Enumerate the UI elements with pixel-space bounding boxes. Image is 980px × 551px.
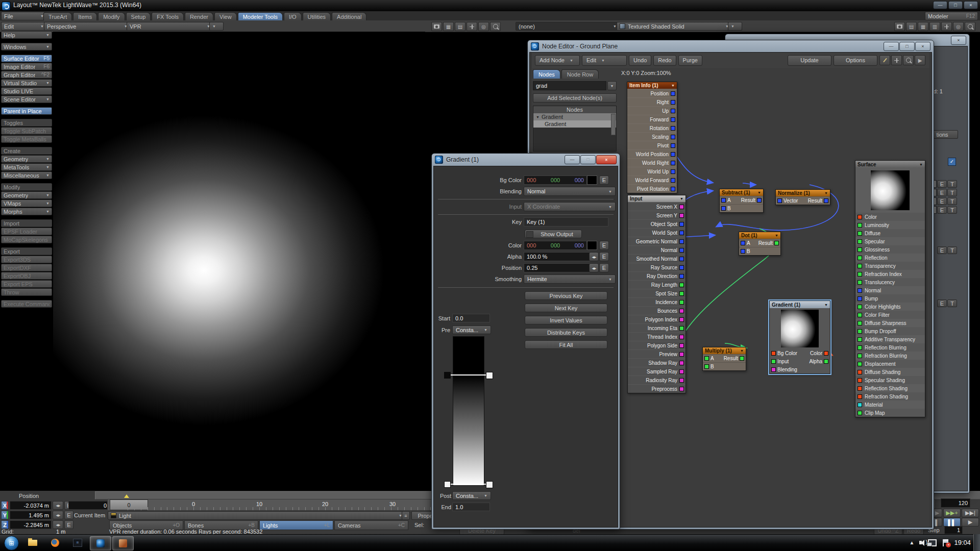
sidebar-item[interactable]: VMaps ▼ bbox=[1, 199, 52, 207]
sidebar-item[interactable]: Geometry ▼ bbox=[1, 155, 52, 163]
node-list-item-selected[interactable]: Gradient bbox=[533, 120, 616, 128]
output-socket[interactable] bbox=[679, 222, 684, 227]
output-socket[interactable] bbox=[671, 100, 675, 105]
envelope-button[interactable]: E bbox=[937, 189, 947, 196]
texture-button[interactable]: T bbox=[947, 246, 957, 254]
output-socket[interactable] bbox=[679, 213, 684, 218]
end-field[interactable]: 1.0 bbox=[452, 503, 490, 511]
input-socket[interactable] bbox=[857, 403, 862, 407]
step-field[interactable]: 1 bbox=[944, 526, 963, 534]
node-multiply[interactable]: Multiply (1)▼ A Result B bbox=[702, 347, 746, 371]
taskbar-lightwave-icon[interactable] bbox=[90, 536, 111, 550]
shading-extra-dropdown[interactable]: ▼ bbox=[728, 22, 742, 31]
sidebar-item[interactable]: Export EPS ▼ bbox=[1, 280, 52, 288]
output-socket[interactable] bbox=[679, 378, 684, 383]
clock[interactable]: 19:04 bbox=[954, 539, 971, 546]
output-socket[interactable] bbox=[671, 152, 675, 157]
input-socket[interactable] bbox=[857, 329, 862, 334]
envelope-button[interactable]: E bbox=[937, 299, 947, 307]
timeline-caret-icon[interactable] bbox=[124, 494, 129, 498]
bone-dropdown[interactable]: (none) ▼ bbox=[516, 22, 620, 31]
texture-button[interactable]: T bbox=[947, 189, 957, 196]
color-envelope-button[interactable]: E bbox=[599, 241, 609, 250]
sidebar-item[interactable]: Parent in Place ▼ bbox=[1, 107, 52, 115]
x-stepper[interactable]: ◀ ▶ bbox=[53, 501, 63, 510]
category-button[interactable]: Lights +L bbox=[259, 520, 333, 530]
bg-color-rgb-field[interactable]: 000 000 000 bbox=[524, 176, 587, 185]
tab[interactable]: I/O bbox=[284, 12, 302, 21]
color-rgb-field[interactable]: 000 000 000 bbox=[524, 241, 587, 250]
output-socket[interactable] bbox=[679, 369, 684, 374]
minimize-button[interactable]: — bbox=[565, 155, 580, 164]
chevron-down-icon[interactable]: ▼ bbox=[680, 197, 683, 201]
input-socket[interactable] bbox=[741, 241, 745, 245]
chevron-down-icon[interactable]: ▼ bbox=[775, 234, 778, 237]
gradient-dialog-titlebar[interactable]: Gradient (1) — □ × bbox=[432, 154, 620, 165]
add-node-button[interactable]: Add Node▼ bbox=[535, 55, 580, 66]
alpha-stepper[interactable]: ◀ ▶ bbox=[589, 252, 599, 261]
input-socket[interactable] bbox=[857, 354, 862, 358]
x-axis-tab[interactable]: X bbox=[1, 501, 9, 510]
blending-dropdown[interactable]: Normal▼ bbox=[524, 187, 616, 196]
sidebar-item[interactable]: MoCapSkelegons ▼ bbox=[1, 236, 52, 243]
color-g[interactable]: 000 bbox=[551, 242, 560, 248]
input-socket[interactable] bbox=[857, 386, 862, 391]
tab[interactable]: FX Tools bbox=[152, 12, 184, 21]
input-socket[interactable] bbox=[857, 272, 862, 277]
gradient-key-delete[interactable] bbox=[486, 372, 493, 379]
rotate-icon[interactable]: ◎ bbox=[478, 22, 489, 31]
output-socket[interactable] bbox=[679, 291, 684, 296]
output-socket[interactable] bbox=[671, 143, 675, 148]
position-stepper[interactable]: ◀ ▶ bbox=[589, 263, 599, 272]
rotate-icon[interactable]: ◎ bbox=[953, 22, 964, 31]
output-socket[interactable] bbox=[824, 359, 828, 364]
go-to-end-button[interactable]: ▶▶| bbox=[962, 509, 979, 517]
panel-icon[interactable]: ▤ bbox=[906, 22, 917, 31]
input-socket[interactable] bbox=[857, 362, 862, 366]
camera-icon[interactable] bbox=[894, 22, 905, 31]
sidebar-item[interactable]: Surface Editor F5 ▼ bbox=[1, 55, 52, 62]
fast-forward-button[interactable]: ▶▶+ bbox=[943, 509, 961, 517]
z-envelope-button[interactable]: E bbox=[64, 520, 74, 529]
sidebar-item[interactable]: Windows ▼ bbox=[1, 43, 52, 51]
sidebar-item[interactable]: Toggle SubPatch ▼ bbox=[1, 127, 52, 135]
bg-color-b[interactable]: 000 bbox=[575, 177, 584, 183]
output-socket[interactable] bbox=[671, 169, 675, 174]
envelope-button[interactable]: E bbox=[937, 206, 947, 214]
chevron-down-icon[interactable]: ▼ bbox=[671, 84, 675, 87]
tree-expand-icon[interactable]: ▼ bbox=[536, 115, 540, 119]
output-socket[interactable] bbox=[757, 198, 762, 203]
sidebar-item[interactable]: Modify ▼ bbox=[1, 183, 52, 191]
layers-icon[interactable]: ▥ bbox=[929, 22, 940, 31]
output-socket[interactable] bbox=[671, 178, 675, 183]
search-history-dropdown[interactable]: ▼ bbox=[607, 81, 617, 90]
edit-pencil-icon[interactable] bbox=[879, 55, 890, 65]
y-stepper[interactable]: ◀ ▶ bbox=[53, 511, 63, 519]
tab-node-flow[interactable]: Node Row bbox=[561, 69, 599, 79]
node-dot[interactable]: Dot (1)▼ A Result B bbox=[739, 232, 781, 256]
texture-button[interactable]: T bbox=[947, 206, 957, 214]
node-surface[interactable]: Surface▼ Color Luminosity Diffuse bbox=[855, 160, 925, 417]
input-socket[interactable] bbox=[857, 215, 862, 219]
gradient-key-line[interactable] bbox=[450, 374, 487, 375]
sidebar-item[interactable]: Image Editor F6 ▼ bbox=[1, 63, 52, 70]
tab[interactable]: Items bbox=[73, 12, 97, 21]
input-socket[interactable] bbox=[771, 367, 776, 372]
color-swatch[interactable] bbox=[587, 241, 597, 250]
start-field[interactable]: 0.0 bbox=[452, 314, 490, 322]
update-button[interactable]: Update bbox=[788, 55, 831, 66]
render-mode-dropdown[interactable]: VPR ▼ bbox=[127, 22, 213, 31]
output-socket[interactable] bbox=[679, 265, 684, 270]
input-socket[interactable] bbox=[777, 198, 782, 203]
perspective-viewport[interactable] bbox=[53, 32, 425, 491]
output-socket[interactable] bbox=[671, 161, 675, 165]
sidebar-item[interactable]: ExportDXF ▼ bbox=[1, 264, 52, 271]
input-socket[interactable] bbox=[857, 394, 862, 399]
modeler-launch-button[interactable]: Modeler F12 bbox=[925, 12, 978, 20]
view-extra-dropdown[interactable]: ▼ bbox=[209, 22, 224, 31]
sidebar-item[interactable]: Toggle MetaBalls ▼ bbox=[1, 135, 52, 143]
node-gradient-selected[interactable]: Gradient (1)▼ Bg Color Color Input Alpha… bbox=[769, 300, 830, 374]
gradient-action-button[interactable]: Previous Key bbox=[525, 291, 607, 300]
view-type-dropdown[interactable]: Perspective ▼ bbox=[44, 22, 131, 31]
camera-icon[interactable] bbox=[431, 22, 442, 31]
